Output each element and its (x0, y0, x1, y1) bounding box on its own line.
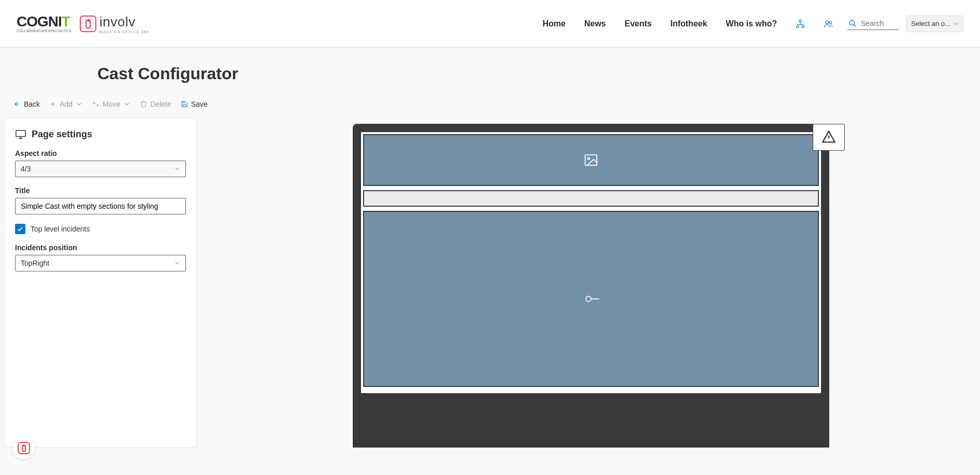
main-layout: Page settings Aspect ratio 4/3 Title Top… (0, 118, 980, 458)
aspect-ratio-value: 4/3 (21, 165, 31, 173)
logo-involv[interactable]: involv BUILT ON OFFICE 365 (80, 14, 149, 34)
nav-events[interactable]: Events (625, 19, 652, 28)
svg-point-3 (826, 21, 829, 24)
device-frame (353, 124, 829, 448)
involv-icon (80, 16, 96, 32)
svg-rect-2 (802, 25, 804, 27)
org-chart-icon[interactable] (796, 19, 805, 28)
svg-point-5 (849, 20, 854, 25)
back-label: Back (24, 100, 40, 108)
svg-point-8 (588, 157, 590, 160)
incidents-position-value: TopRight (21, 259, 49, 267)
page-title: Cast Configurator (97, 64, 980, 83)
move-button[interactable]: Move (92, 100, 131, 108)
chevron-down-icon (76, 100, 83, 108)
search-box[interactable] (847, 17, 899, 30)
chevron-down-icon (123, 100, 131, 108)
main-nav: Home News Events Infotheek Who is who? (543, 19, 833, 28)
banner-section[interactable] (363, 134, 819, 186)
people-icon[interactable] (824, 19, 833, 28)
aspect-ratio-dropdown[interactable]: 4/3 (15, 161, 186, 177)
select-option-label: Select an o... (911, 20, 950, 27)
search-input[interactable] (861, 19, 897, 27)
chevron-down-icon (953, 21, 959, 27)
top-level-incidents-checkbox[interactable] (15, 224, 25, 234)
involv-icon (18, 442, 30, 454)
arrow-left-icon (13, 100, 21, 108)
svg-point-9 (586, 296, 591, 301)
svg-rect-0 (799, 20, 802, 22)
delete-button[interactable]: Delete (140, 100, 171, 108)
title-input[interactable] (15, 198, 186, 214)
checkmark-icon (17, 225, 24, 233)
image-icon (583, 152, 599, 168)
nav-news[interactable]: News (584, 19, 606, 28)
config-toolbar: Back Add Move Delete Save (0, 90, 980, 118)
select-option-dropdown[interactable]: Select an o... (906, 16, 963, 32)
chevron-down-icon (174, 166, 180, 172)
nav-home[interactable]: Home (543, 19, 566, 28)
svg-point-4 (829, 21, 832, 24)
panel-heading: Page settings (32, 129, 92, 140)
svg-rect-7 (585, 155, 597, 165)
preview-canvas (206, 118, 976, 448)
delete-label: Delete (150, 100, 171, 108)
page-title-row: Cast Configurator (0, 48, 980, 90)
warning-icon (822, 130, 836, 145)
svg-rect-6 (16, 131, 25, 137)
save-label: Save (191, 100, 208, 108)
logo-involv-sub: BUILT ON OFFICE 365 (99, 30, 149, 34)
panel-header: Page settings (15, 128, 186, 140)
commit-icon (582, 294, 600, 304)
search-icon (848, 19, 857, 27)
incidents-position-field: Incidents position TopRight (15, 243, 186, 271)
back-button[interactable]: Back (13, 100, 40, 108)
app-header: COGNIT COLLABORATION SPECIALISTS involv … (0, 0, 980, 48)
logo-group: COGNIT COLLABORATION SPECIALISTS involv … (17, 14, 149, 34)
logo-cognit-sub: COLLABORATION SPECIALISTS (17, 29, 71, 33)
trash-icon (140, 100, 147, 108)
involv-float-button[interactable] (12, 437, 35, 458)
chevron-down-icon (174, 260, 180, 266)
top-level-incidents-field: Top level incidents (15, 224, 186, 234)
logo-cognit[interactable]: COGNIT COLLABORATION SPECIALISTS (17, 15, 71, 33)
thin-section[interactable] (363, 190, 819, 207)
add-label: Add (60, 100, 73, 108)
aspect-ratio-field: Aspect ratio 4/3 (15, 149, 186, 177)
content-section[interactable] (363, 211, 819, 387)
nav-who-is-who[interactable]: Who is who? (726, 19, 777, 28)
nav-infotheek[interactable]: Infotheek (670, 19, 707, 28)
title-label: Title (15, 186, 186, 195)
incident-badge[interactable] (813, 124, 845, 151)
title-field: Title (15, 186, 186, 214)
monitor-icon (15, 128, 26, 140)
save-icon (181, 100, 188, 108)
svg-rect-1 (797, 25, 799, 27)
aspect-ratio-label: Aspect ratio (15, 149, 186, 157)
plus-icon (49, 100, 56, 108)
move-updown-icon (92, 100, 99, 108)
incidents-position-label: Incidents position (15, 243, 186, 252)
device-screen (360, 131, 822, 394)
page-settings-panel: Page settings Aspect ratio 4/3 Title Top… (4, 118, 197, 448)
add-button[interactable]: Add (49, 100, 83, 108)
incidents-position-dropdown[interactable]: TopRight (15, 255, 186, 271)
logo-involv-text: involv (99, 14, 149, 30)
save-button[interactable]: Save (181, 100, 208, 108)
move-label: Move (103, 100, 120, 108)
top-level-incidents-label: Top level incidents (31, 225, 90, 233)
